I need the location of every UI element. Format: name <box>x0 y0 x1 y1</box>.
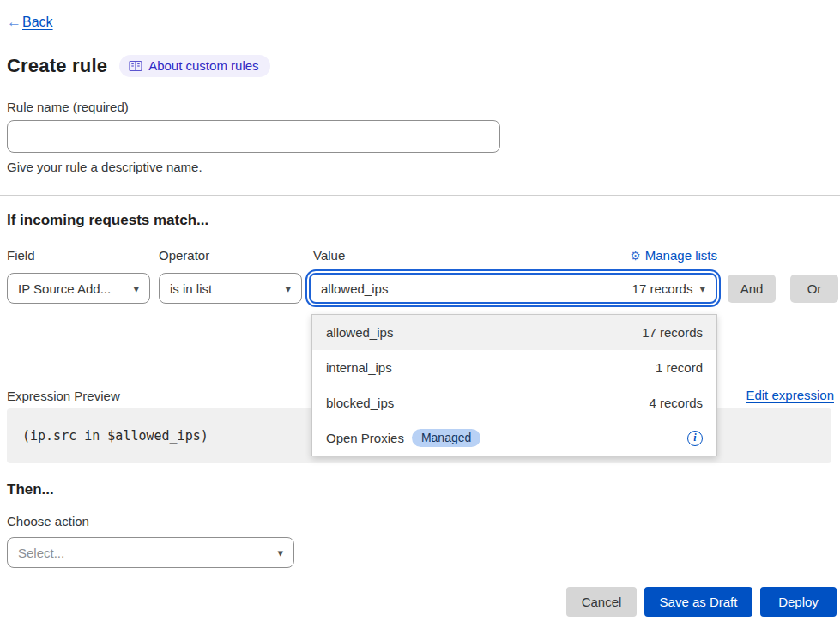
dropdown-item-blocked-ips[interactable]: blocked_ips 4 records <box>312 385 716 420</box>
managed-badge: Managed <box>412 429 480 447</box>
rule-name-label: Rule name (required) <box>7 100 129 114</box>
manage-lists-label: Manage lists <box>645 248 717 263</box>
dropdown-item-open-proxies[interactable]: Open Proxies Managed i <box>312 420 716 456</box>
chevron-down-icon: ▾ <box>285 282 291 295</box>
operator-select[interactable]: is in list ▾ <box>159 273 302 304</box>
list-record-count: 1 record <box>656 360 703 375</box>
list-name: allowed_ips <box>326 325 393 340</box>
action-select[interactable]: Select... ▾ <box>7 537 294 568</box>
info-icon[interactable]: i <box>687 431 703 446</box>
value-select[interactable]: allowed_ips 17 records ▾ <box>309 273 717 304</box>
page-title: Create rule <box>7 55 107 77</box>
value-select-value: allowed_ips <box>321 281 388 296</box>
about-badge-label: About custom rules <box>148 58 258 73</box>
dropdown-item-internal-ips[interactable]: internal_ips 1 record <box>312 350 716 385</box>
list-record-count: 17 records <box>642 325 703 340</box>
match-section-title: If incoming requests match... <box>7 212 208 229</box>
back-link[interactable]: ←Back <box>7 14 53 31</box>
gear-icon: ⚙ <box>630 249 641 263</box>
book-icon <box>129 60 142 72</box>
arrow-left-icon: ← <box>7 14 21 31</box>
expression-preview-label: Expression Preview <box>7 389 120 403</box>
deploy-button[interactable]: Deploy <box>760 587 837 617</box>
field-select-value: IP Source Add... <box>18 281 111 296</box>
chevron-down-icon: ▾ <box>699 282 705 295</box>
choose-action-label: Choose action <box>7 514 89 528</box>
create-rule-page: ←Back Create rule About custom rules Rul… <box>0 0 840 634</box>
and-button[interactable]: And <box>728 275 776 303</box>
operator-select-value: is in list <box>170 281 212 296</box>
list-dropdown: allowed_ips 17 records internal_ips 1 re… <box>311 314 717 456</box>
rule-name-input[interactable] <box>7 120 500 153</box>
rule-name-helper: Give your rule a descriptive name. <box>7 160 202 174</box>
expression-code: (ip.src in $allowed_ips) <box>22 428 208 444</box>
list-name: blocked_ips <box>326 395 394 410</box>
dropdown-item-allowed-ips[interactable]: allowed_ips 17 records <box>312 315 716 350</box>
list-record-count: 4 records <box>649 395 703 410</box>
cancel-button[interactable]: Cancel <box>566 587 637 617</box>
operator-label: Operator <box>159 248 209 263</box>
title-row: Create rule About custom rules <box>7 55 270 77</box>
chevron-down-icon: ▾ <box>277 546 283 559</box>
then-section-title: Then... <box>7 481 54 498</box>
section-divider <box>0 195 840 196</box>
chevron-down-icon: ▾ <box>133 282 139 295</box>
or-button[interactable]: Or <box>790 275 838 303</box>
edit-expression-link[interactable]: Edit expression <box>746 388 834 402</box>
about-custom-rules-badge[interactable]: About custom rules <box>119 55 269 77</box>
back-link-label: Back <box>22 15 53 30</box>
manage-lists-link[interactable]: ⚙ Manage lists <box>311 248 717 263</box>
list-name: internal_ips <box>326 360 392 375</box>
action-select-placeholder: Select... <box>18 546 64 560</box>
save-as-draft-button[interactable]: Save as Draft <box>644 587 752 617</box>
field-label: Field <box>7 248 35 263</box>
list-name: Open Proxies <box>326 431 404 445</box>
value-select-record-count: 17 records <box>632 281 693 296</box>
field-select[interactable]: IP Source Add... ▾ <box>7 273 150 304</box>
